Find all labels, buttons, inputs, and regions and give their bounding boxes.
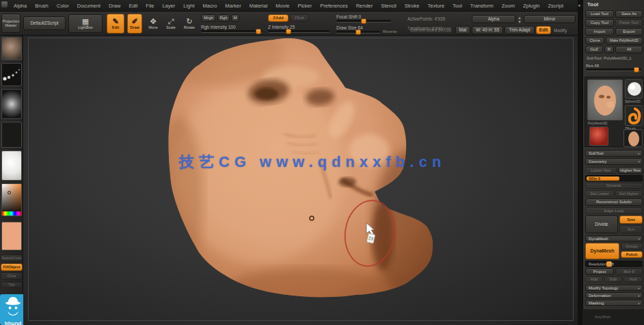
rgb-intensity-slider[interactable]: Rgb Intensity 100 xyxy=(201,25,263,33)
menu-item[interactable]: Stroke xyxy=(401,3,424,9)
clear-button[interactable]: Clear xyxy=(1,272,23,280)
menu-item[interactable]: Document xyxy=(73,3,105,9)
width-height-button[interactable]: W: 40 H: 55 xyxy=(472,26,503,34)
subtool-section-header[interactable]: SubTool▸ xyxy=(585,150,643,157)
sdiv-slider[interactable]: SDiv 3 xyxy=(585,175,643,181)
export-button[interactable]: Export xyxy=(615,28,643,36)
menu-item[interactable]: Texture xyxy=(423,3,448,9)
copy-tool-button[interactable]: Copy Tool xyxy=(585,19,614,27)
sculpt-canvas[interactable]: 23 技艺CG www.qdnxxfb.cn xyxy=(23,36,578,325)
alpha-quick-button[interactable]: Alpha xyxy=(472,15,515,23)
projection-master-button[interactable]: Projection Master xyxy=(1,14,21,33)
divide-button[interactable]: Divide xyxy=(585,216,618,233)
edit-small-button[interactable]: Edit xyxy=(536,26,551,34)
dynamic-toggle[interactable]: Dynamic xyxy=(585,183,643,189)
and-toggle[interactable]: And xyxy=(623,276,643,283)
red-sphere-thumbnail[interactable] xyxy=(589,127,608,146)
rgb-button[interactable]: Rgb xyxy=(217,14,230,22)
polish-toggle[interactable]: Polish xyxy=(621,251,643,258)
default-zscript-button[interactable]: DefaultZScript xyxy=(23,16,66,30)
menu-item[interactable]: Layer xyxy=(158,3,179,9)
edit-mode-button[interactable]: ✎ Edit xyxy=(107,14,124,34)
del-lower-button[interactable]: Del Lower xyxy=(585,190,614,197)
menu-item[interactable]: Stencil xyxy=(377,3,401,9)
txtr-button[interactable]: Txtr xyxy=(1,282,23,288)
trim-adapt-button[interactable]: Trim Adapt xyxy=(505,26,535,34)
groups-toggle[interactable]: Groups xyxy=(621,243,643,250)
del-higher-button[interactable]: Del Higher xyxy=(615,190,643,197)
dynamesh-button[interactable]: DynaMesh xyxy=(585,243,619,259)
menu-item[interactable]: Marker xyxy=(221,3,245,9)
m-button[interactable]: M xyxy=(231,14,239,22)
z-intensity-slider[interactable]: Z Intensity 25 xyxy=(268,25,330,33)
focal-shift-slider[interactable]: Focal Shift 0 xyxy=(336,14,391,23)
geometry-section-header[interactable]: Geometry▾ xyxy=(585,158,643,165)
menu-item[interactable]: Color xyxy=(53,3,73,9)
menu-item[interactable]: Preferences xyxy=(316,3,351,9)
menu-item[interactable]: Picker xyxy=(293,3,316,9)
mat-button[interactable]: Mat xyxy=(455,26,470,34)
material-thumbnail[interactable] xyxy=(1,151,22,181)
sphere-tool-thumbnail[interactable] xyxy=(625,79,643,99)
zadd-button[interactable]: ZAdd xyxy=(268,14,289,22)
scale-mode-button[interactable]: ⤢ Scale xyxy=(163,14,179,34)
clone-button[interactable]: Clone xyxy=(585,37,604,44)
head-tool-thumbnail[interactable] xyxy=(623,129,643,147)
higher-res-button[interactable]: Higher Res xyxy=(618,167,643,174)
reconstruct-subdiv-button[interactable]: Reconstruct Subdiv xyxy=(585,198,643,206)
menu-item[interactable]: Render xyxy=(352,3,377,9)
add-toggle[interactable]: Add xyxy=(585,276,603,283)
active-color-swatch[interactable] xyxy=(1,222,22,250)
r-button[interactable]: R xyxy=(604,46,614,53)
stroke-thumbnail[interactable] xyxy=(1,63,22,86)
goz-button[interactable]: GoZ xyxy=(585,46,603,53)
modify-topology-header[interactable]: Modify Topology▸ xyxy=(585,285,643,291)
menu-item[interactable]: File xyxy=(142,3,158,9)
face-model[interactable]: 23 xyxy=(23,36,578,325)
project-button[interactable]: Project xyxy=(585,268,614,275)
zsub-button[interactable]: ZSub xyxy=(290,14,309,22)
mirror-button[interactable]: Mirror xyxy=(524,15,576,23)
flame-tool-thumbnail[interactable] xyxy=(625,105,643,126)
res-slider[interactable]: Res 48 xyxy=(586,63,642,71)
masking-header[interactable]: Masking▸ xyxy=(585,300,643,306)
deformation-header[interactable]: Deformation▸ xyxy=(585,292,643,298)
lower-res-button[interactable]: Lower Res xyxy=(585,167,617,174)
draw-mode-button[interactable]: ✐ Draw xyxy=(127,14,142,34)
draw-size-slider[interactable]: Draw Size 64 xyxy=(336,25,380,34)
hue-strip[interactable] xyxy=(2,211,21,216)
lightbox-button[interactable]: ▦ LightBox xyxy=(68,14,103,33)
smt-toggle[interactable]: Smt xyxy=(619,216,643,224)
menu-item[interactable]: Tool xyxy=(448,3,466,9)
menu-item[interactable]: Brush xyxy=(31,3,53,9)
collapse-arrow-icon[interactable]: ◂ xyxy=(578,3,580,8)
mrgb-button[interactable]: Mrgb xyxy=(201,14,216,22)
import-button[interactable]: Import xyxy=(585,28,614,36)
menu-item[interactable]: Movie xyxy=(271,3,293,9)
menu-item[interactable]: Edit xyxy=(124,3,142,9)
menu-item[interactable]: Zoom xyxy=(498,3,519,9)
blur-slider[interactable]: Blur 8 xyxy=(615,268,643,275)
menu-item[interactable]: Zscript xyxy=(544,3,568,9)
active-tool-thumbnail[interactable] xyxy=(587,79,623,120)
all-button[interactable]: All xyxy=(615,46,643,53)
rotate-mode-button[interactable]: ↻ Rotate xyxy=(180,14,198,34)
texture-thumbnail[interactable] xyxy=(1,122,22,148)
menu-item[interactable]: Light xyxy=(179,3,198,9)
paste-tool-button[interactable]: Paste Tool xyxy=(615,19,643,27)
tray-divider[interactable]: ◂ xyxy=(578,0,582,325)
sub-toggle[interactable]: Sub xyxy=(604,276,622,283)
fill-object-button[interactable]: FillObject xyxy=(1,263,23,271)
load-tool-button[interactable]: Load Tool xyxy=(585,10,614,18)
brush-thumbnail[interactable] xyxy=(1,37,22,60)
used-button[interactable]: Current Used 39X55 xyxy=(409,26,453,34)
menu-item[interactable]: Transform xyxy=(466,3,498,9)
dynamesh-section-header[interactable]: DynaMesh▾ xyxy=(585,235,643,242)
menu-item[interactable]: Alpha xyxy=(10,3,31,9)
menu-item[interactable]: Macro xyxy=(198,3,221,9)
suv-toggle[interactable]: Suv xyxy=(619,225,643,233)
make-polymesh3d-button[interactable]: Make PolyMesh3D xyxy=(606,37,643,44)
resolution-slider[interactable]: Resolution 128 xyxy=(585,261,643,267)
menu-item[interactable]: Draw xyxy=(105,3,125,9)
save-as-button[interactable]: Save As xyxy=(615,10,643,18)
